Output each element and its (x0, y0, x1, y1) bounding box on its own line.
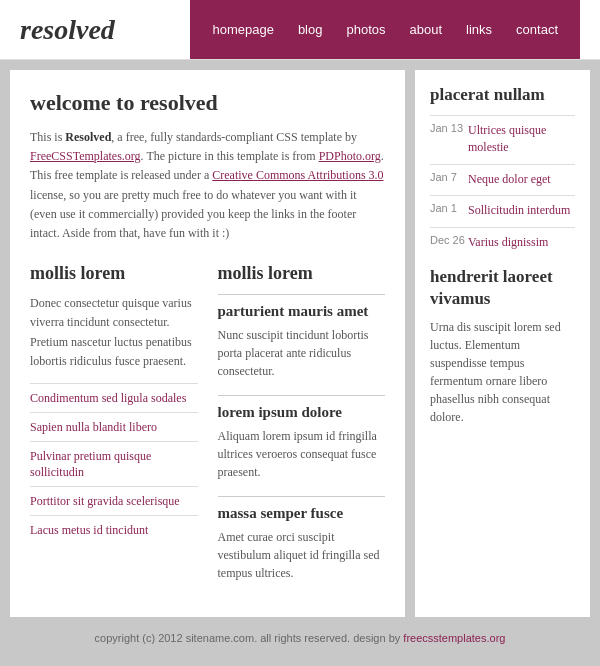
sidebar-news-item-2: Jan 7 Neque dolor eget (430, 164, 575, 188)
page-title: welcome to resolved (30, 90, 385, 116)
intro-paragraph: This is Resolved, a free, fully standard… (30, 128, 385, 243)
left-col-links: Condimentum sed ligula sodales Sapien nu… (30, 383, 198, 544)
list-item: Condimentum sed ligula sodales (30, 383, 198, 412)
footer: copyright (c) 2012 sitename.com. all rig… (10, 617, 590, 659)
sidebar-date-3: Jan 1 (430, 202, 468, 214)
nav-links[interactable]: links (454, 22, 504, 37)
footer-text: copyright (c) 2012 sitename.com. all rig… (95, 632, 404, 644)
sidebar-news-item-3: Jan 1 Sollicitudin interdum (430, 195, 575, 219)
sidebar-link-4[interactable]: Varius dignissim (468, 234, 548, 251)
left-link-3[interactable]: Pulvinar pretium quisque sollicitudin (30, 449, 151, 479)
left-col-title: mollis lorem (30, 263, 198, 284)
list-item: Sapien nulla blandit libero (30, 412, 198, 441)
sidebar-title-1: placerat nullam (430, 85, 575, 105)
right-body-3: Amet curae orci suscipit vestibulum aliq… (218, 528, 386, 582)
right-section-1: parturient mauris amet Nunc suscipit tin… (218, 294, 386, 380)
main-nav: homepage blog photos about links contact (190, 0, 580, 59)
nav-contact[interactable]: contact (504, 22, 570, 37)
left-column: mollis lorem Donec consectetur quisque v… (30, 263, 198, 597)
nav-about[interactable]: about (398, 22, 455, 37)
left-col-body: Donec consectetur quisque varius viverra… (30, 294, 198, 371)
intro-bold: Resolved (65, 130, 111, 144)
left-link-1[interactable]: Condimentum sed ligula sodales (30, 391, 186, 405)
left-link-5[interactable]: Lacus metus id tincidunt (30, 523, 148, 537)
intro-link-pdphoto[interactable]: PDPhoto.org (319, 149, 381, 163)
left-link-2[interactable]: Sapien nulla blandit libero (30, 420, 157, 434)
intro-link-freecss[interactable]: FreeCSSTemplates.org (30, 149, 141, 163)
two-column-section: mollis lorem Donec consectetur quisque v… (30, 263, 385, 597)
site-title: resolved (20, 14, 115, 46)
right-heading-1: parturient mauris amet (218, 303, 386, 320)
sidebar-link-3[interactable]: Sollicitudin interdum (468, 202, 570, 219)
sidebar-link-1[interactable]: Ultrices quisque molestie (468, 122, 575, 156)
sidebar-news-item-1: Jan 13 Ultrices quisque molestie (430, 115, 575, 156)
list-item: Lacus metus id tincidunt (30, 515, 198, 544)
sidebar-news-item-4: Dec 26 Varius dignissim (430, 227, 575, 251)
sidebar-news-list: Jan 13 Ultrices quisque molestie Jan 7 N… (430, 115, 575, 251)
nav-blog[interactable]: blog (286, 22, 335, 37)
list-item: Porttitor sit gravida scelerisque (30, 486, 198, 515)
sidebar-desc-2: Urna dis suscipit lorem sed luctus. Elem… (430, 318, 575, 426)
left-link-4[interactable]: Porttitor sit gravida scelerisque (30, 494, 180, 508)
sidebar-date-4: Dec 26 (430, 234, 468, 246)
right-heading-3: massa semper fusce (218, 505, 386, 522)
sidebar-column: placerat nullam Jan 13 Ultrices quisque … (415, 70, 590, 617)
sidebar-date-2: Jan 7 (430, 171, 468, 183)
main-area: welcome to resolved This is Resolved, a … (10, 70, 590, 617)
right-section-3: massa semper fusce Amet curae orci susci… (218, 496, 386, 582)
right-column: mollis lorem parturient mauris amet Nunc… (218, 263, 386, 597)
nav-homepage[interactable]: homepage (200, 22, 285, 37)
header: resolved homepage blog photos about link… (0, 0, 600, 60)
intro-link-cc[interactable]: Creative Commons Attributions 3.0 (212, 168, 383, 182)
page-wrapper: welcome to resolved This is Resolved, a … (0, 60, 600, 666)
nav-photos[interactable]: photos (334, 22, 397, 37)
list-item: Pulvinar pretium quisque sollicitudin (30, 441, 198, 486)
footer-link[interactable]: freecsstemplates.org (403, 632, 505, 644)
right-col-title: mollis lorem (218, 263, 386, 284)
sidebar-title-2: hendrerit laoreet vivamus (430, 266, 575, 310)
sidebar-date-1: Jan 13 (430, 122, 468, 134)
right-section-2: lorem ipsum dolore Aliquam lorem ipsum i… (218, 395, 386, 481)
right-body-2: Aliquam lorem ipsum id fringilla ultrice… (218, 427, 386, 481)
content-column: welcome to resolved This is Resolved, a … (10, 70, 405, 617)
right-body-1: Nunc suscipit tincidunt lobortis porta p… (218, 326, 386, 380)
sidebar-link-2[interactable]: Neque dolor eget (468, 171, 551, 188)
right-heading-2: lorem ipsum dolore (218, 404, 386, 421)
